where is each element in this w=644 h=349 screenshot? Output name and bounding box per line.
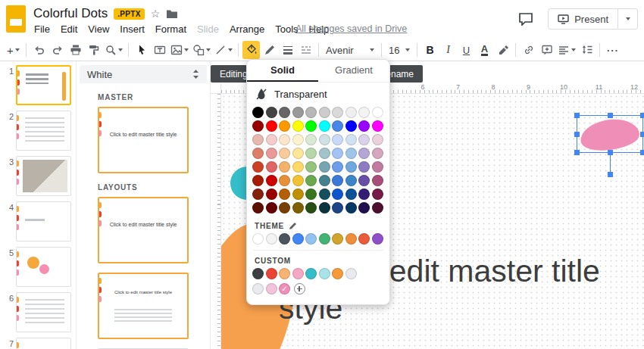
transparent-option[interactable]: Transparent bbox=[247, 83, 389, 104]
color-swatch[interactable] bbox=[332, 148, 343, 159]
tab-gradient[interactable]: Gradient bbox=[318, 60, 389, 82]
color-swatch[interactable] bbox=[319, 268, 330, 279]
slide-thumbnail[interactable] bbox=[16, 292, 71, 332]
color-swatch[interactable] bbox=[279, 175, 290, 186]
color-swatch[interactable] bbox=[252, 283, 264, 294]
color-swatch[interactable] bbox=[319, 233, 330, 245]
color-swatch[interactable] bbox=[252, 233, 264, 245]
color-swatch[interactable] bbox=[332, 233, 343, 245]
color-swatch[interactable] bbox=[279, 161, 290, 173]
color-swatch[interactable] bbox=[319, 107, 330, 118]
resize-handle[interactable] bbox=[574, 132, 580, 137]
color-swatch[interactable] bbox=[266, 268, 277, 279]
comments-button[interactable] bbox=[516, 10, 536, 28]
color-swatch[interactable] bbox=[319, 161, 330, 173]
paint-format-button[interactable] bbox=[85, 41, 102, 59]
color-swatch[interactable] bbox=[252, 107, 264, 118]
slide-thumbnail[interactable] bbox=[16, 65, 71, 105]
color-swatch[interactable] bbox=[305, 161, 317, 173]
color-swatch[interactable] bbox=[372, 134, 383, 145]
menu-file[interactable]: File bbox=[29, 22, 55, 36]
color-swatch[interactable] bbox=[345, 120, 357, 132]
color-swatch[interactable] bbox=[252, 202, 264, 213]
document-title[interactable]: Colorful Dots bbox=[33, 6, 108, 21]
insert-line-button[interactable] bbox=[213, 41, 234, 59]
color-swatch[interactable] bbox=[266, 189, 277, 200]
color-swatch[interactable] bbox=[292, 202, 304, 213]
color-swatch[interactable] bbox=[345, 107, 357, 118]
color-swatch[interactable] bbox=[252, 175, 264, 186]
color-swatch[interactable] bbox=[332, 202, 343, 213]
color-swatch[interactable] bbox=[345, 175, 357, 186]
color-swatch[interactable] bbox=[279, 107, 290, 118]
font-family-select[interactable]: Avenir bbox=[323, 41, 377, 59]
color-swatch[interactable] bbox=[292, 120, 304, 132]
present-button[interactable]: Present bbox=[548, 8, 618, 30]
menu-view[interactable]: View bbox=[83, 22, 114, 36]
border-dash-button[interactable] bbox=[297, 41, 314, 59]
color-swatch[interactable] bbox=[372, 189, 383, 200]
color-swatch[interactable] bbox=[345, 189, 357, 200]
color-swatch[interactable] bbox=[266, 161, 277, 173]
menu-arrange[interactable]: Arrange bbox=[224, 22, 270, 36]
line-spacing-button[interactable] bbox=[578, 41, 596, 59]
color-swatch[interactable] bbox=[279, 268, 290, 279]
color-swatch[interactable] bbox=[332, 268, 343, 279]
color-swatch[interactable] bbox=[372, 107, 383, 118]
star-icon[interactable]: ☆ bbox=[151, 8, 161, 19]
color-swatch[interactable] bbox=[305, 107, 317, 118]
slide-thumbnail[interactable] bbox=[16, 201, 71, 241]
vertical-ruler[interactable] bbox=[211, 94, 221, 349]
slide-thumbnail[interactable] bbox=[16, 156, 71, 196]
color-swatch[interactable] bbox=[319, 189, 330, 200]
color-swatch[interactable] bbox=[305, 268, 317, 279]
color-swatch[interactable] bbox=[292, 233, 304, 245]
color-swatch[interactable] bbox=[332, 175, 343, 186]
color-swatch[interactable] bbox=[372, 120, 383, 132]
font-size-select[interactable]: 16 bbox=[386, 41, 413, 59]
slides-logo-icon[interactable] bbox=[6, 5, 26, 33]
color-swatch[interactable] bbox=[266, 120, 277, 132]
text-color-button[interactable]: A bbox=[481, 44, 488, 56]
color-swatch[interactable] bbox=[332, 161, 343, 173]
color-swatch[interactable] bbox=[305, 202, 317, 213]
color-swatch[interactable] bbox=[252, 120, 264, 132]
color-swatch[interactable] bbox=[345, 134, 357, 145]
color-swatch[interactable] bbox=[358, 175, 370, 186]
border-weight-button[interactable] bbox=[279, 41, 296, 59]
border-color-button[interactable] bbox=[261, 41, 278, 59]
present-dropdown-button[interactable] bbox=[618, 8, 638, 30]
color-swatch[interactable] bbox=[305, 233, 317, 245]
color-swatch[interactable] bbox=[292, 175, 304, 186]
color-swatch[interactable] bbox=[358, 202, 370, 213]
layout-thumbnail[interactable]: Click to edit master title style bbox=[98, 273, 189, 339]
color-swatch[interactable] bbox=[292, 107, 304, 118]
add-comment-button[interactable] bbox=[538, 41, 555, 59]
color-swatch[interactable] bbox=[332, 120, 343, 132]
color-swatch[interactable] bbox=[292, 268, 304, 279]
text-box-button[interactable] bbox=[151, 41, 168, 59]
color-swatch[interactable] bbox=[266, 107, 277, 118]
color-swatch[interactable] bbox=[319, 120, 330, 132]
color-swatch[interactable] bbox=[372, 161, 383, 173]
insert-image-button[interactable] bbox=[169, 41, 190, 59]
color-swatch[interactable] bbox=[332, 189, 343, 200]
color-swatch[interactable] bbox=[305, 175, 317, 186]
color-swatch[interactable] bbox=[252, 134, 264, 145]
add-custom-color-button[interactable] bbox=[294, 283, 305, 294]
color-swatch[interactable] bbox=[279, 120, 290, 132]
color-swatch[interactable] bbox=[266, 175, 277, 186]
color-swatch[interactable] bbox=[358, 189, 370, 200]
adjust-handle[interactable] bbox=[608, 172, 613, 177]
color-swatch[interactable] bbox=[252, 268, 264, 279]
color-swatch[interactable] bbox=[358, 148, 370, 159]
color-swatch[interactable] bbox=[266, 283, 277, 294]
zoom-button[interactable] bbox=[103, 41, 124, 59]
color-swatch[interactable] bbox=[305, 148, 317, 159]
color-swatch[interactable] bbox=[252, 189, 264, 200]
insert-link-button[interactable] bbox=[520, 41, 537, 59]
color-swatch[interactable] bbox=[266, 233, 277, 245]
tab-solid[interactable]: Solid bbox=[247, 60, 318, 82]
save-status[interactable]: All changes saved in Drive bbox=[295, 23, 407, 34]
color-swatch[interactable] bbox=[292, 161, 304, 173]
